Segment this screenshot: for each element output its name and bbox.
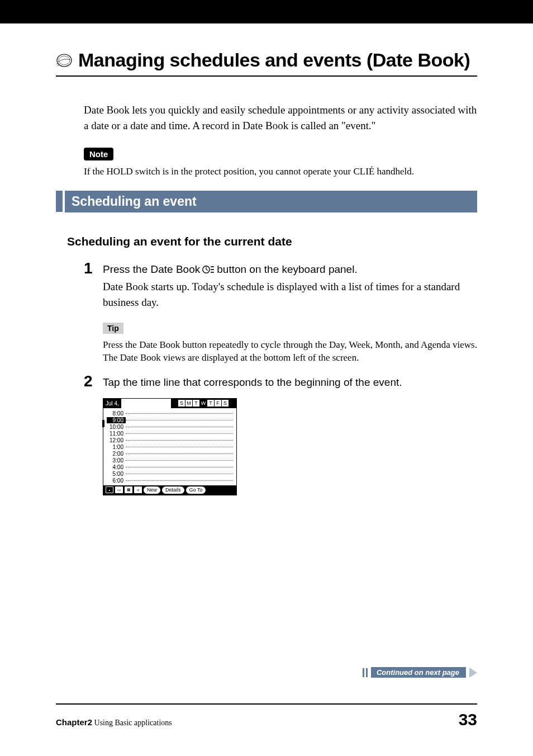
step-number: 1 [84, 261, 103, 310]
time-row[interactable]: 8:00 [107, 410, 233, 417]
next-week-icon[interactable]: ▶ [229, 399, 236, 407]
time-row[interactable]: 1:00 [107, 444, 233, 450]
time-row[interactable]: 4:00 [107, 464, 233, 470]
screenshot-date: Jul 4, [103, 400, 121, 407]
day-fri[interactable]: F [214, 399, 222, 407]
step-1-instruction: Press the Date Book button on the keyboa… [103, 262, 477, 277]
continued-text: Continued on next page [371, 667, 466, 678]
time-list: 8:00 9:00 10:00 11:00 12:00 1:00 2:00 3:… [103, 408, 236, 485]
svg-point-0 [57, 54, 72, 67]
step-text-a: Press the Date Book [103, 262, 200, 277]
details-button[interactable]: Details [162, 486, 184, 494]
new-button[interactable]: New [144, 486, 160, 494]
day-thu[interactable]: T [207, 399, 215, 407]
time-row[interactable]: 11:00 [107, 431, 233, 437]
page-title: Managing schedules and events (Date Book… [78, 49, 470, 71]
datebook-app-icon [56, 52, 73, 69]
page-title-row: Managing schedules and events (Date Book… [56, 49, 477, 71]
datebook-button-icon [202, 265, 215, 274]
intro-paragraph: Date Book lets you quickly and easily sc… [84, 102, 477, 133]
step-text-a: Tap the time line that corresponds to th… [103, 375, 402, 390]
step-number: 2 [84, 374, 103, 390]
event-handle[interactable] [102, 420, 104, 427]
day-mon[interactable]: M [185, 399, 193, 407]
section-accent [56, 191, 63, 212]
continued-banner: Continued on next page [363, 667, 477, 678]
day-tue[interactable]: T [192, 399, 200, 407]
step-2: 2 Tap the time line that corresponds to … [84, 375, 477, 390]
screenshot-footer: • ▭ ▦ ≡ New Details Go To [103, 485, 236, 495]
tip-text: Press the Date Book button repeatedly to… [103, 338, 477, 365]
day-wed[interactable]: W [199, 399, 207, 407]
subheading: Scheduling an event for the current date [67, 235, 477, 248]
header-black-bar [0, 0, 533, 23]
step-1: 1 Press the Date Book button on the keyb… [84, 262, 477, 310]
step-1-desc: Date Book starts up. Today's schedule is… [103, 279, 477, 310]
time-row[interactable]: 3:00 [107, 457, 233, 464]
screenshot-header: Jul 4, ◀ S M T W T F S ▶ [103, 399, 236, 408]
note-badge: Note [84, 148, 113, 160]
view-month-icon[interactable]: ▦ [125, 486, 132, 493]
step-2-instruction: Tap the time line that corresponds to th… [103, 375, 477, 390]
view-week-icon[interactable]: ▭ [115, 486, 123, 493]
time-row-selected[interactable]: 9:00 [107, 417, 233, 423]
view-agenda-icon[interactable]: ≡ [134, 486, 142, 493]
step-text-b: button on the keyboard panel. [217, 262, 357, 277]
page-number: 33 [459, 710, 477, 729]
title-underline [56, 75, 477, 77]
view-day-icon[interactable]: • [106, 486, 113, 493]
continued-arrow-icon [469, 668, 477, 678]
time-row[interactable]: 6:00 [107, 478, 233, 484]
tip-badge: Tip [103, 323, 123, 334]
day-sat[interactable]: S [221, 399, 229, 407]
section-heading: Scheduling an event [65, 191, 477, 212]
goto-button[interactable]: Go To [186, 486, 206, 494]
svg-line-4 [206, 270, 208, 271]
page-footer: Chapter2 Using Basic applications 33 [56, 703, 477, 729]
time-row[interactable]: 12:00 [107, 437, 233, 443]
footer-chapter: Chapter2 [56, 717, 92, 727]
time-row[interactable]: 2:00 [107, 451, 233, 457]
datebook-screenshot: Jul 4, ◀ S M T W T F S ▶ 8:00 9:00 10:00… [103, 398, 237, 495]
time-row[interactable]: 5:00 [107, 471, 233, 477]
note-text: If the HOLD switch is in the protect pos… [84, 165, 477, 178]
day-sun[interactable]: S [178, 399, 185, 407]
section-heading-bar: Scheduling an event [56, 191, 477, 212]
footer-chapter-title: Using Basic applications [94, 719, 172, 727]
time-row[interactable]: 10:00 [107, 424, 233, 430]
